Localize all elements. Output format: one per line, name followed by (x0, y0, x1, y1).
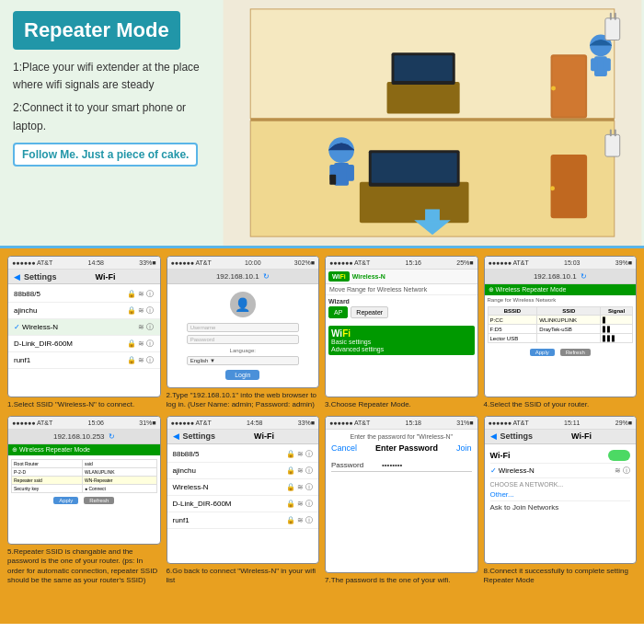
svg-rect-26 (615, 13, 616, 20)
svg-rect-17 (551, 155, 588, 218)
advanced-settings-label[interactable]: Advanced settings (331, 346, 472, 352)
wifi-item-dlink-6[interactable]: D-Link_DIR-600M 🔒 ≋ ⓘ (167, 496, 319, 512)
refresh-icon-2[interactable]: ↻ (263, 272, 270, 281)
address-bar-2[interactable]: 192.168.10.1 ↻ (167, 270, 319, 284)
refresh-icon-4[interactable]: ↻ (581, 272, 587, 281)
top-section: Repeater Mode 1:Place your wifi extender… (0, 0, 644, 248)
status-bar-3: ●●●●●● AT&T 15:16 25%■ (326, 257, 477, 270)
wifi-item-ajinchu[interactable]: ajinchu 🔒 ≋ ⓘ (8, 303, 160, 319)
wifi-logo: WiFi (328, 271, 350, 282)
caption-1: 1.Select SSID "Wireless-N" to connect. (7, 400, 161, 409)
basic-settings-label[interactable]: Basic settings (331, 339, 472, 345)
rm-label-5: ⊕ Wireless Repeater Mode (12, 446, 90, 454)
repeater-btn[interactable]: Repeater (351, 306, 388, 318)
address-text-2: 192.168.10.1 (216, 272, 259, 281)
ssid-wireless-n: Wireless-N (22, 323, 58, 331)
wifi-item-88b-6[interactable]: 88b88/5 🔒 ≋ ⓘ (167, 446, 319, 463)
battery-7: 31%■ (456, 420, 473, 426)
check-wireless-n: ✓ (14, 323, 20, 331)
rm-refresh-btn[interactable]: Refresh (84, 497, 114, 504)
rm-row-repeater[interactable]: Repeater ssid WN-Repeater (12, 476, 157, 484)
ssid-row-1[interactable]: P:CC WLINKUPLINK ▋ (488, 316, 633, 325)
caption-5: 5.Repeater SSID is changable and the pas… (7, 547, 161, 586)
back-arrow-6[interactable]: ◀ (173, 431, 179, 441)
signal-2: ▋▋ (601, 325, 633, 334)
ssid-row-3[interactable]: Lector USB ▋▋▋ (488, 334, 633, 343)
caption-3: 3.Choose Repeater Mode. (325, 400, 478, 409)
nav-bar-1[interactable]: ◀ Settings Wi-Fi (8, 270, 160, 284)
password-screen: Enter the password for "Wireless-N" Canc… (326, 430, 477, 476)
pw-value[interactable]: •••••••• (382, 461, 402, 469)
svg-point-18 (550, 186, 555, 190)
wifi-item-runf1[interactable]: runf1 🔒 ≋ ⓘ (8, 352, 160, 369)
pw-cancel-join: Cancel Enter Password Join (331, 443, 472, 456)
th-ssid: SSID (537, 307, 601, 316)
battery-8: 29%■ (615, 420, 632, 426)
nav-bar-8[interactable]: ◀ Settings Wi-Fi (485, 430, 637, 444)
pw-join-btn[interactable]: Join (456, 443, 472, 456)
connected-wireless-n[interactable]: ✓ Wireless-N ≋ ⓘ (490, 464, 631, 478)
signal-ajinchu: 🔒 ≋ ⓘ (127, 305, 154, 316)
mode-subtitle: Move Range for Wireless Network (326, 284, 477, 295)
phone-screen-5: ●●●●●● AT&T 15:06 31%■ 192.168.10.253 ↻ … (7, 416, 161, 545)
apply-button[interactable]: Apply (530, 349, 555, 356)
wifi-item-ajinchu-6[interactable]: ajinchu 🔒 ≋ ⓘ (167, 463, 319, 479)
refresh-icon-5[interactable]: ↻ (109, 432, 115, 441)
connected-signal: ≋ ⓘ (615, 466, 630, 476)
svg-rect-22 (346, 165, 354, 181)
address-bar-4[interactable]: 192.168.10.1 ↻ (485, 270, 637, 284)
phone-screen-6: ●●●●●● AT&T 14:58 33%■ ◀ Settings Wi-Fi … (167, 416, 320, 564)
carrier-3: ●●●●●● AT&T (329, 259, 370, 266)
ap-btn[interactable]: AP (328, 306, 348, 318)
rm-value-sec: ● Connect (82, 484, 156, 492)
svg-rect-29 (615, 129, 616, 136)
pw-cancel-btn[interactable]: Cancel (331, 443, 357, 456)
illustration-area (221, 0, 644, 246)
ssid-header-label: ⊕ Wireless Repeater Mode (489, 286, 567, 293)
password-field-2[interactable]: Password (187, 335, 299, 344)
phone-screen-8: ●●●●●● AT&T 15:11 29%■ ◀ Settings Wi-Fi … (484, 416, 638, 564)
svg-rect-4 (387, 82, 460, 114)
rm-apply-row: Apply Refresh (11, 495, 157, 506)
signal-1: ▋ (601, 316, 633, 325)
back-arrow-8[interactable]: ◀ (490, 431, 497, 441)
svg-rect-14 (360, 182, 469, 224)
status-bar-7: ●●●●●● AT&T 15:18 31%■ (326, 417, 477, 430)
rm-label-sec: Security key (12, 484, 83, 492)
screenshots-row-1: ●●●●●● AT&T 14:58 33%■ ◀ Settings Wi-Fi … (7, 256, 637, 410)
svg-rect-16 (372, 153, 457, 183)
username-field-2[interactable]: Username (187, 323, 299, 332)
wifi-item-88b[interactable]: 88b88/5 🔒 ≋ ⓘ (8, 286, 160, 303)
instruction-2: 2:Connect it to your smart phone or lapt… (13, 99, 208, 134)
wifi-toggle[interactable] (608, 450, 630, 461)
wifi-list-6: 88b88/5 🔒 ≋ ⓘ ajinchu 🔒 ≋ ⓘ Wireless-N 🔒… (167, 444, 319, 531)
address-bar-5[interactable]: 192.168.10.253 ↻ (8, 430, 160, 444)
caption-2: 2.Type "192.168.10.1" into the web brows… (167, 391, 320, 410)
wifi-item-dlink[interactable]: D-Link_DIR-600M 🔒 ≋ ⓘ (8, 336, 160, 352)
rm-row-1: Root Router ssid (12, 459, 157, 467)
login-button-2[interactable]: Login (225, 370, 259, 380)
phone-screen-2: ●●●●●● AT&T 10:00 302%■ 192.168.10.1 ↻ 👤… (167, 256, 320, 388)
wifi-item-wireless-n-6[interactable]: Wireless-N 🔒 ≋ ⓘ (167, 479, 319, 496)
ask-join-text: Ask to Join Networks (490, 501, 631, 513)
rm-apply-btn[interactable]: Apply (53, 497, 78, 504)
svg-rect-8 (553, 56, 586, 116)
wifi-item-runf1-6[interactable]: runf1 🔒 ≋ ⓘ (167, 512, 319, 529)
refresh-button[interactable]: Refresh (560, 349, 591, 356)
other-network-btn[interactable]: Other... (490, 489, 631, 501)
nav-bar-6[interactable]: ◀ Settings Wi-Fi (167, 430, 319, 444)
signal-runf1-6: 🔒 ≋ ⓘ (286, 515, 313, 525)
ssid-88b: 88b88/5 (14, 290, 40, 298)
rm-value-rep: WN-Repeater (82, 476, 156, 484)
carrier-6: ●●●●●● AT&T (171, 420, 212, 426)
wifi-item-wireless-n[interactable]: ✓Wireless-N ≋ ⓘ (8, 319, 160, 336)
ssid-row-2[interactable]: F:D5 DrayTek-uSB ▋▋ (488, 325, 633, 334)
phone-screen-3: ●●●●●● AT&T 15:16 25%■ WiFi Wireless-N M… (325, 256, 478, 397)
time-1: 14:58 (88, 259, 105, 266)
screenshot-6: ●●●●●● AT&T 14:58 33%■ ◀ Settings Wi-Fi … (167, 416, 320, 586)
language-field-2[interactable]: English ▼ (187, 356, 299, 365)
caption-6: 6.Go back to connect "Wireless-N" in you… (167, 567, 320, 586)
pw-field-row: Password •••••••• (331, 459, 472, 472)
carrier-8: ●●●●●● AT&T (489, 420, 529, 426)
back-arrow-1[interactable]: ◀ (14, 272, 20, 282)
